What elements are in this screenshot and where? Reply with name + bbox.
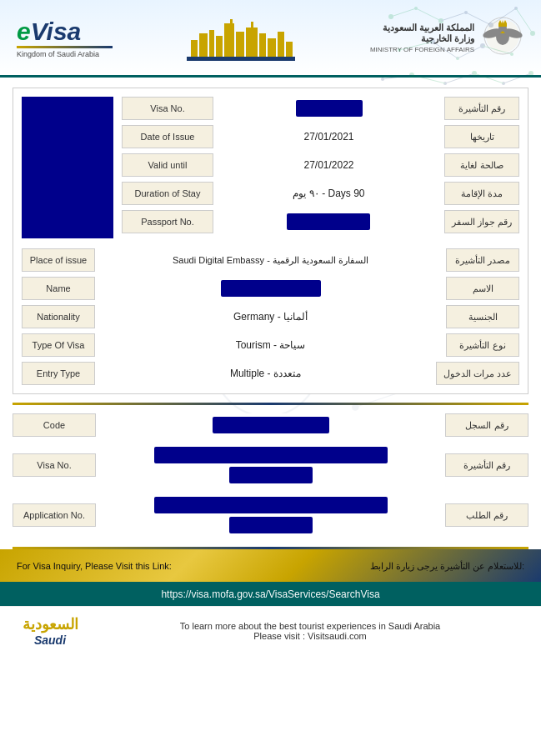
date-issue-row: Date of Issue 27/01/2021 تاريخها (122, 125, 519, 148)
entry-type-label: Entry Type (22, 362, 95, 385)
svg-point-26 (502, 82, 505, 85)
evisa-underline (17, 46, 113, 48)
name-label: Name (22, 277, 95, 300)
app-no-value (96, 493, 445, 537)
inquiry-ar: للاستعلام عن التأشيرة يرجى زيارة الرابط: (370, 559, 524, 572)
visa-no2-value (96, 443, 445, 487)
evisa-logo: e Visa Kingdom of Saudi Arabia (17, 18, 113, 58)
footer-visit-line2: Please visit : Visitsaudi.com (96, 631, 524, 641)
valid-until-value: 27/01/2022 (213, 156, 444, 174)
place-label-ar: مصدر التأشيرة (446, 248, 519, 272)
svg-rect-36 (216, 36, 223, 57)
svg-rect-54 (498, 23, 507, 27)
evisa-subtitle: Kingdom of Saudi Arabia (17, 50, 113, 58)
date-issue-value: 27/01/2021 (213, 128, 444, 146)
name-block (221, 280, 321, 297)
valid-until-row: Valid until 27/01/2022 صالحة لغاية (122, 153, 519, 177)
svg-line-30 (445, 73, 474, 83)
passport-block (287, 213, 370, 230)
svg-rect-33 (191, 40, 198, 57)
svg-rect-45 (286, 42, 293, 57)
svg-rect-35 (209, 30, 214, 57)
code-label: Code (13, 413, 96, 437)
name-label-ar: الاسم (446, 277, 519, 300)
date-issue-label: Date of Issue (122, 125, 213, 148)
svg-line-31 (474, 73, 503, 83)
visa-no2-label: Visa No. (13, 453, 96, 477)
svg-point-24 (443, 82, 447, 85)
visa-no-label-ar: رقم التأشيرة (444, 97, 519, 120)
mofa-en-label: MINISTRY OF FOREIGN AFFAIRS (370, 46, 474, 53)
passport-value (213, 210, 444, 233)
inquiry-en: For Visa Inquiry, Please Visit this Link… (17, 559, 172, 572)
app-no-label: Application No. (13, 503, 96, 527)
svg-point-22 (381, 78, 384, 81)
nationality-label: Nationality (22, 305, 95, 328)
footer-visit-area: To learn more about the best tourist exp… (96, 621, 524, 641)
footer-bottom: السعودية Saudi To learn more about the b… (0, 606, 541, 655)
svg-rect-37 (224, 23, 234, 57)
main-card: Visa No. رقم التأشيرة Date of Issue 27/0… (13, 88, 528, 394)
passport-row: Passport No. رقم جواز السفر (122, 210, 519, 233)
mofa-emblem (481, 15, 524, 61)
mofa-ar-ministry: وزارة الخارجية (370, 33, 474, 44)
section-divider (13, 403, 528, 405)
footer-strip: For Visa Inquiry, Please Visit this Link… (0, 549, 541, 582)
app-no-block1 (154, 497, 388, 513)
app-no-row: Application No. رقم الطلب (13, 493, 528, 537)
svg-rect-39 (236, 32, 244, 57)
place-label: Place of issue (22, 248, 95, 272)
nationality-label-ar: الجنسية (446, 305, 519, 328)
svg-line-32 (503, 73, 531, 83)
bottom-section: Code رقم السجل Visa No. رقم التأشيرة App… (13, 413, 528, 537)
entry-type-value: متعددة - Multiple (95, 364, 436, 383)
saudi-logo-ar: السعودية (23, 615, 78, 633)
passport-label-ar: رقم جواز السفر (444, 210, 519, 233)
visa-no2-row: Visa No. رقم التأشيرة (13, 443, 528, 487)
svg-point-5 (514, 7, 518, 10)
place-value: السفارة السعودية الرقمية - Saudi Digital… (95, 252, 446, 269)
date-issue-label-ar: تاريخها (444, 125, 519, 148)
visa-no2-label-ar: رقم التأشيرة (445, 453, 528, 477)
place-row: Place of issue السفارة السعودية الرقمية … (22, 248, 519, 272)
code-block (213, 417, 329, 433)
visa-type-value: سياحة - Tourism (95, 336, 446, 354)
valid-until-label-ar: صالحة لغاية (444, 153, 519, 177)
svg-point-3 (464, 11, 468, 14)
duration-label: Duration of Stay (122, 182, 213, 205)
header-divider (0, 75, 541, 78)
visa-type-label: Type Of Visa (22, 333, 95, 357)
visa-no-block (296, 100, 363, 117)
svg-point-6 (530, 31, 535, 36)
visa-no2-block1 (154, 447, 388, 463)
entry-type-label-ar: عدد مرات الدخول (436, 362, 519, 385)
saudi-brand: السعودية Saudi (17, 615, 83, 647)
svg-rect-44 (278, 32, 284, 57)
code-row: Code رقم السجل (13, 413, 528, 437)
passport-label: Passport No. (122, 210, 213, 233)
name-value (95, 277, 446, 300)
svg-point-1 (414, 7, 418, 10)
photo-box (22, 97, 113, 238)
visa-no-row: Visa No. رقم التأشيرة (122, 97, 519, 120)
city-skyline-logo (187, 15, 295, 61)
nationality-row: Nationality ألمانيا - Germany الجنسية (22, 305, 519, 328)
evisa-e: e (17, 18, 31, 46)
svg-rect-43 (268, 38, 276, 57)
footer-visit-line1: To learn more about the best tourist exp… (96, 621, 524, 631)
mofa-ar-name: المملكة العربية السعودية (370, 23, 474, 33)
svg-rect-40 (246, 28, 258, 57)
duration-row: Duration of Stay 90 Days - ٩٠ يوم مدة ال… (122, 182, 519, 205)
svg-rect-38 (230, 19, 233, 26)
nationality-value: ألمانيا - Germany (95, 308, 446, 326)
app-no-block2 (229, 517, 313, 533)
visa-type-row: Type Of Visa سياحة - Tourism نوع التأشير… (22, 333, 519, 357)
visa-no2-block2 (229, 467, 313, 483)
name-row: Name الاسم (22, 277, 519, 300)
link-bar: https://visa.mofa.gov.sa/VisaServices/Se… (0, 582, 541, 606)
mofa-logo-area: المملكة العربية السعودية وزارة الخارجية … (370, 15, 524, 61)
code-label-ar: رقم السجل (445, 413, 528, 437)
svg-rect-42 (259, 33, 266, 57)
svg-rect-41 (251, 22, 253, 30)
duration-label-ar: مدة الإقامة (444, 182, 519, 205)
